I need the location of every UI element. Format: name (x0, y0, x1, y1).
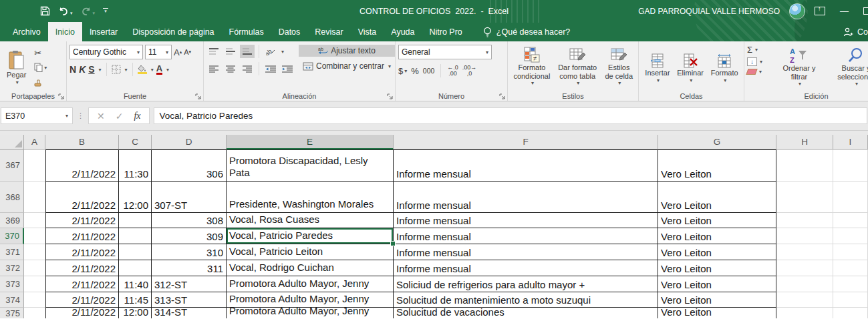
cell-H367[interactable] (776, 149, 833, 182)
cell-H372[interactable] (776, 260, 833, 276)
fill-dropdown-icon[interactable]: ▾ (760, 59, 762, 65)
column-header-E[interactable]: E (227, 135, 394, 149)
borders-button[interactable] (112, 65, 121, 74)
cell-A373[interactable] (24, 276, 45, 292)
font-color-button[interactable]: A (156, 64, 162, 75)
format-as-table-button[interactable]: Dar formato como tabla ▾ (553, 45, 602, 90)
cell-A369[interactable] (24, 213, 45, 228)
insert-cells-button[interactable]: Insertar ▾ (645, 45, 670, 90)
cell-F372[interactable]: Informe mensual (394, 260, 658, 276)
column-header-G[interactable]: G (658, 135, 776, 149)
minimize-button[interactable]: — (835, 6, 854, 16)
sort-filter-button[interactable]: AZ Ordenar y filtrar ▾ (772, 45, 826, 90)
row-header-371[interactable]: 371 (0, 244, 24, 260)
cell-C371[interactable] (119, 244, 152, 260)
cell-D367[interactable]: 306 (152, 149, 227, 182)
cell-A368[interactable] (24, 182, 45, 213)
accounting-dropdown-icon[interactable]: ▾ (404, 68, 407, 74)
cancel-button[interactable]: ✕ (97, 111, 105, 121)
customize-qat-button[interactable]: ▾ (103, 8, 108, 14)
orientation-dropdown-icon[interactable]: ▾ (281, 49, 284, 55)
autosum-button[interactable]: Σ▾ (747, 45, 767, 55)
accounting-format-button[interactable]: $▾ (398, 66, 407, 76)
align-right-button[interactable] (240, 62, 255, 75)
delete-cells-button[interactable]: Eliminar ▾ (677, 45, 704, 90)
cell-I371[interactable] (833, 244, 868, 260)
cell-E374[interactable]: Promotora Adulto Mayor, Jenny (227, 292, 394, 308)
autosum-dropdown-icon[interactable]: ▾ (755, 47, 758, 53)
column-header-D[interactable]: D (152, 135, 227, 149)
cell-C369[interactable] (119, 213, 152, 228)
paste-dropdown-icon[interactable]: ▾ (16, 79, 19, 85)
alignment-dialog-launcher[interactable] (387, 93, 393, 99)
cell-C368[interactable]: 12:00 (119, 182, 152, 213)
tab-vista[interactable]: Vista (351, 22, 384, 41)
row-header-375[interactable]: 375 (0, 308, 24, 318)
cell-A367[interactable] (24, 149, 45, 182)
delete-cells-dropdown-icon[interactable]: ▾ (690, 77, 692, 83)
cell-F367[interactable]: Informe mensual (394, 149, 658, 182)
cell-C374[interactable]: 11:45 (119, 292, 152, 308)
align-bottom-button[interactable] (240, 45, 255, 58)
paste-button[interactable]: Pegar ▾ (3, 45, 30, 90)
align-left-button[interactable] (206, 62, 221, 75)
cell-C375[interactable]: 12:00 (119, 308, 152, 318)
increase-font-button[interactable]: A▴ (174, 47, 182, 57)
undo-dropdown-icon[interactable]: ▾ (70, 11, 73, 16)
tab-archivo[interactable]: Archivo (5, 22, 48, 41)
align-top-button[interactable] (206, 45, 221, 58)
cell-F373[interactable]: Soliciud de refrigerios para adulto mayo… (394, 276, 658, 292)
clipboard-dialog-launcher[interactable] (58, 93, 64, 99)
increase-decimal-button[interactable]: ←.0.00 (447, 65, 458, 77)
cell-D375[interactable]: 314-ST (152, 308, 227, 318)
column-header-B[interactable]: B (45, 135, 119, 149)
insert-function-button[interactable]: fx (134, 111, 140, 121)
cell-C372[interactable] (119, 260, 152, 276)
cell-E373[interactable]: Promotora Adulto Mayor, Jenny (227, 276, 394, 292)
number-format-combo[interactable]: General▾ (398, 45, 492, 59)
cell-I368[interactable] (833, 182, 868, 213)
align-center-button[interactable] (223, 62, 238, 75)
tab-datos[interactable]: Datos (271, 22, 308, 41)
account-name[interactable]: GAD PARROQUIAL VALLE HERMOSO (638, 7, 780, 16)
fill-button[interactable]: ↓▾ (747, 57, 767, 66)
conditional-formatting-button[interactable]: ≠ Formato condicional ▾ (511, 45, 553, 90)
font-color-dropdown-icon[interactable]: ▾ (166, 67, 169, 73)
format-painter-button[interactable] (34, 76, 49, 88)
cell-D369[interactable]: 308 (152, 213, 227, 228)
cell-B374[interactable]: 2/11/2022 (45, 292, 119, 308)
cell-G375[interactable]: Vero Leiton (658, 308, 776, 318)
column-header-H[interactable]: H (776, 135, 833, 149)
column-header-I[interactable]: I (833, 135, 868, 149)
cell-F369[interactable]: Informe mensual (394, 213, 658, 228)
format-as-table-dropdown-icon[interactable]: ▾ (577, 80, 579, 86)
formula-bar-splitter[interactable]: ⋮ (77, 111, 84, 120)
font-size-combo[interactable]: 11▾ (145, 45, 172, 59)
cell-G371[interactable]: Vero Leiton (658, 244, 776, 260)
undo-button[interactable]: ▾ (58, 7, 73, 16)
fill-color-button[interactable] (138, 65, 147, 74)
cell-D371[interactable]: 310 (152, 244, 227, 260)
borders-dropdown-icon[interactable]: ▾ (125, 67, 128, 73)
cell-B370[interactable]: 2/11/2022 (45, 228, 119, 244)
column-header-F[interactable]: F (394, 135, 658, 149)
cell-G372[interactable]: Vero Leiton (658, 260, 776, 276)
cell-styles-button[interactable]: Estilos de celda ▾ (602, 45, 636, 90)
tab-nitro-pro[interactable]: Nitro Pro (422, 22, 470, 41)
enter-button[interactable]: ✓ (116, 111, 124, 121)
name-box[interactable]: E370 ▾ (1, 107, 73, 124)
cell-B368[interactable]: 2/11/2022 (45, 182, 119, 213)
tell-me-box[interactable]: ¿Qué desea hacer? (483, 22, 571, 41)
name-box-dropdown-icon[interactable]: ▾ (65, 113, 68, 119)
cell-F375[interactable]: Solucitud de vacaciones (394, 308, 658, 318)
cell-I372[interactable] (833, 260, 868, 276)
cell-G369[interactable]: Vero Leiton (658, 213, 776, 228)
column-header-A[interactable]: A (24, 135, 45, 149)
maximize-button[interactable] (863, 7, 868, 15)
cell-E370[interactable]: Vocal, Patricio Paredes (227, 228, 394, 244)
insert-cells-dropdown-icon[interactable]: ▾ (657, 77, 660, 83)
decrease-decimal-button[interactable]: .00→,0 (462, 65, 477, 77)
format-cells-button[interactable]: Formato ▾ (711, 45, 738, 90)
merge-center-dropdown-icon[interactable]: ▾ (388, 63, 391, 69)
tab-insertar[interactable]: Insertar (82, 22, 125, 41)
